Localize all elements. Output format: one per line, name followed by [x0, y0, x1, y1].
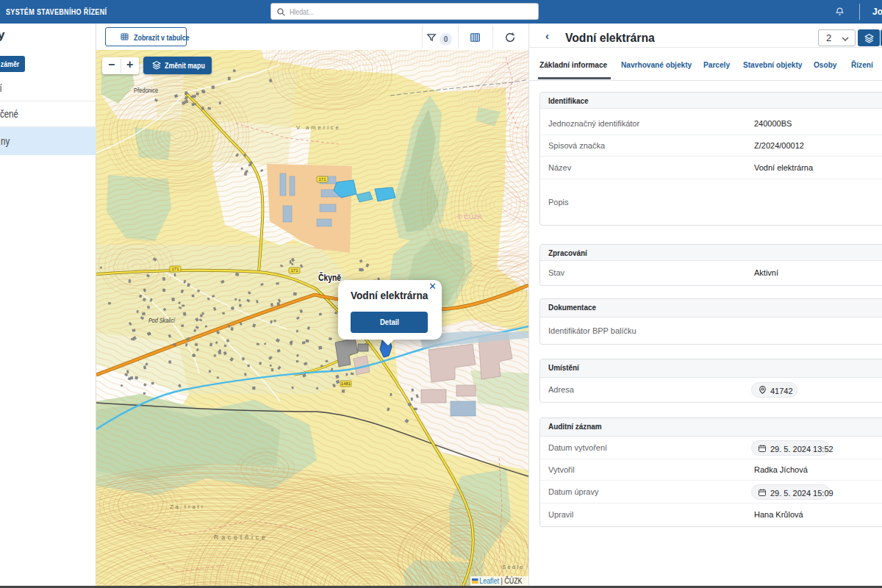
svg-text:Za tratí: Za tratí: [170, 503, 205, 510]
svg-text:1481: 1481: [341, 381, 351, 386]
svg-text:171: 171: [171, 267, 179, 271]
svg-text:© ČÚZK: © ČÚZK: [457, 213, 482, 220]
svg-text:171: 171: [290, 268, 298, 273]
svg-text:Racetňice: Racetňice: [214, 534, 268, 541]
svg-text:V americe: V americe: [296, 124, 341, 131]
svg-text:171: 171: [318, 177, 326, 182]
svg-text:Pod Skalicí: Pod Skalicí: [148, 317, 176, 324]
svg-text:Předonice: Předonice: [134, 87, 158, 94]
svg-text:Sedle: Sedle: [502, 564, 524, 570]
svg-text:Čkyně: Čkyně: [318, 272, 341, 283]
